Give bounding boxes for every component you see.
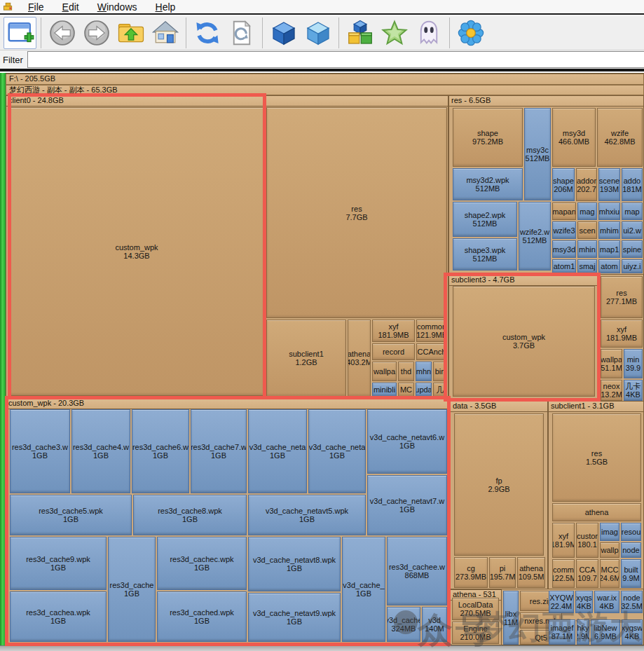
folder-cell-neox[interactable]: neox13.2M <box>601 380 622 401</box>
file-cell-res3d_cache8.wpk[interactable]: res3d_cache8.wpk1GB <box>133 495 247 535</box>
file-cell-min[interactable]: min39.9 <box>624 349 643 378</box>
folder-cell-thd[interactable]: thd <box>398 362 414 381</box>
file-cell-imag[interactable]: imag <box>600 523 619 541</box>
folder-cell-wzife[interactable]: wzife462.8MB <box>597 108 643 167</box>
file-cell-upda[interactable]: upda <box>416 383 432 397</box>
folder-cell-pi[interactable]: pi195.7M <box>489 557 516 588</box>
folder-cell-xyf[interactable]: xyf181.9M <box>552 523 575 558</box>
folder-cell-msy3d[interactable]: msy3d466.0MB <box>552 108 596 167</box>
file-cell-XYQW[interactable]: XYQW22.4M <box>549 591 574 613</box>
file-cell-res3d_cached.wpk[interactable]: res3d_cached.wpk1GB <box>157 591 247 642</box>
folder-cell-bin[interactable]: bin <box>433 362 447 381</box>
file-cell-hky[interactable]: hky2.9M <box>577 619 589 645</box>
file-cell-v3d_cache_neta[interactable]: v3d_cache_neta1GB <box>308 409 366 493</box>
file-cell-res3d_cache3.w[interactable]: res3d_cache3.w1GB <box>10 409 70 493</box>
file-cell-mhn[interactable]: mhn <box>416 362 432 381</box>
folder-cell-common[interactable]: common121.9MB <box>416 320 447 342</box>
file-cell-node[interactable]: node32.5M <box>621 591 643 613</box>
file-cell-res3d_cache7.w[interactable]: res3d_cache7.w1GB <box>191 409 247 493</box>
file-cell-mhin[interactable]: mhin <box>577 240 597 258</box>
file-cell-res3d_cachea.wpk[interactable]: res3d_cachea.wpk1GB <box>10 591 107 642</box>
file-cell-msy3d[interactable]: msy3d <box>552 240 576 258</box>
folder-cell-几[interactable]: 几 <box>433 383 447 397</box>
file-cell-xyqsw[interactable]: xyqsw4KB <box>622 619 643 645</box>
file-cell-v3d_cache_netavt5.wpk[interactable]: v3d_cache_netavt5.wpk1GB <box>248 495 366 535</box>
file-cell-v3d[interactable]: v3d140M <box>422 607 447 642</box>
file-cell-v3d_cache_netavt6.w[interactable]: v3d_cache_netavt6.w1GB <box>367 409 447 474</box>
folder-cell-xyf[interactable]: xyf181.9MB <box>601 320 643 348</box>
folder-cell-fp[interactable]: fp2.9GB <box>454 413 544 556</box>
file-cell-res3d_cache9.wpk[interactable]: res3d_cache9.wpk1GB <box>10 537 107 590</box>
folder-cell-wallpa[interactable]: wallpa <box>372 362 397 381</box>
folder-cell-cg[interactable]: cg273.9MB <box>454 557 488 588</box>
file-cell-imagef[interactable]: imagef87.1M <box>549 619 575 645</box>
file-cell-wzife2.w[interactable]: wzife2.w512MB <box>519 202 551 270</box>
folder-cell-athena[interactable]: athena109.5M <box>517 557 545 588</box>
file-cell-xyqs[interactable]: xyqs4KB <box>575 591 593 613</box>
file-cell-wzife3[interactable]: wzife3 <box>552 221 576 239</box>
file-cell-uiyz.i[interactable]: uiyz.i <box>622 259 643 273</box>
folder-cell-record[interactable]: record <box>372 343 415 360</box>
root-folder-bar[interactable]: F:\ - 205.5GB <box>6 74 644 85</box>
folder-cell-xyf[interactable]: xyf181.9MB <box>372 320 415 342</box>
folder-cell-custor[interactable]: custor180.1 <box>576 523 598 558</box>
folder-cell-wallpa[interactable]: wallpa51.1M <box>601 349 622 378</box>
folder-cell-wallp[interactable]: wallp <box>600 542 619 558</box>
file-cell-spine[interactable]: spine <box>622 240 643 258</box>
file-cell-v3d_cache[interactable]: v3d_cache324MB <box>387 607 420 642</box>
file-cell-msy3d2.wpk[interactable]: msy3d2.wpk512MB <box>453 168 523 200</box>
file-cell-res3d_cache5.wpk[interactable]: res3d_cache5.wpk1GB <box>10 495 132 535</box>
file-cell-ui2.w[interactable]: ui2.w <box>622 221 643 239</box>
folder-cell-CCA[interactable]: CCA109.7 <box>576 559 598 588</box>
file-cell-v3d_cache_netavt9.wpk[interactable]: v3d_cache_netavt9.wpk1GB <box>248 593 341 642</box>
file-cell-res3d_cachec.wpk[interactable]: res3d_cachec.wpk1GB <box>157 537 247 590</box>
file-cell-built[interactable]: built9.9M <box>621 559 641 588</box>
folder-cell-Engine[interactable]: Engine210.0MB <box>452 622 499 644</box>
folder-cell-subclient1[interactable]: subclient11.2GB <box>266 320 346 397</box>
folder-cell-mapan[interactable]: mapan <box>552 203 576 220</box>
file-cell-libNew[interactable]: libNew6.9MB <box>591 619 620 645</box>
file-cell-v3d_cache_[interactable]: v3d_cache_1GB <box>342 537 385 642</box>
file-cell-shape[interactable]: shape206M <box>552 168 575 201</box>
file-cell-mhxiu[interactable]: mhxiu <box>598 203 620 220</box>
file-cell-mag[interactable]: mag <box>577 203 597 220</box>
folder-cell-comm[interactable]: comm122.5M <box>552 559 575 588</box>
file-cell-map1[interactable]: map1 <box>598 240 620 258</box>
folder-cell-athena[interactable]: athena403.2M <box>348 320 371 397</box>
file-cell-node[interactable]: node <box>621 542 641 558</box>
file-cell-v3d_cache_neta[interactable]: v3d_cache_neta1GB <box>248 409 307 493</box>
folder-cell-res[interactable]: res277.1MB <box>601 276 643 318</box>
folder-cell-shape[interactable]: shape975.2MB <box>453 108 523 167</box>
file-cell-shape2.wpk[interactable]: shape2.wpk512MB <box>453 202 517 237</box>
file-cell-res3d_cache4.w[interactable]: res3d_cache4.w1GB <box>71 409 130 493</box>
file-cell-scene[interactable]: scene193M <box>598 168 620 201</box>
file-cell-atom1[interactable]: atom1 <box>552 259 576 273</box>
file-cell-res3d_cachee.w[interactable]: res3d_cachee.w868MB <box>387 537 447 605</box>
file-cell-v3d_cache_netavt8.wpk[interactable]: v3d_cache_netavt8.wpk1GB <box>248 537 341 591</box>
file-cell-几卡[interactable]: 几卡4KB <box>624 380 643 401</box>
file-cell-war.ix[interactable]: war.ix4KB <box>594 591 619 613</box>
folder-cell-CCAnch[interactable]: CCAnch <box>416 343 447 360</box>
file-cell-msy3c[interactable]: msy3c512MB <box>524 108 551 200</box>
folder-cell-athena[interactable]: athena <box>552 503 641 521</box>
folder-cell-res[interactable]: res7.7GB <box>266 107 447 318</box>
folder-cell-MC[interactable]: MC <box>398 383 414 397</box>
folder-cell-MCC[interactable]: MCC24.6M <box>600 559 619 588</box>
folder-cell-scen[interactable]: scen <box>577 221 597 239</box>
file-cell-res3d_cache[interactable]: res3d_cache1GB <box>108 537 156 642</box>
file-cell-atom[interactable]: atom <box>598 259 620 273</box>
file-cell-v3d_cache_netavt7.w[interactable]: v3d_cache_netavt7.w1GB <box>367 475 447 535</box>
file-cell-res3d_cache6.w[interactable]: res3d_cache6.w1GB <box>132 409 189 493</box>
file-cell-resou[interactable]: resou <box>621 523 641 541</box>
file-cell-minibli[interactable]: minibli <box>372 383 397 397</box>
folder-cell-addor[interactable]: addor202.7 <box>576 168 597 201</box>
folder-cell-LocalData[interactable]: LocalData270.5MB <box>452 598 499 620</box>
folder-cell-custom_wpk[interactable]: custom_wpk14.3GB <box>9 107 264 396</box>
file-cell-mhim[interactable]: mhim <box>598 221 620 239</box>
file-cell-shape3.wpk[interactable]: shape3.wpk512MB <box>453 238 517 270</box>
file-cell-smaj[interactable]: smaj <box>577 259 597 273</box>
file-cell-map[interactable]: map <box>622 203 643 220</box>
folder-cell-custom_wpk[interactable]: custom_wpk3.7GB <box>453 286 595 397</box>
folder-cell-res[interactable]: res1.5GB <box>552 413 641 502</box>
file-cell-libx[interactable]: libx11M <box>503 591 519 645</box>
